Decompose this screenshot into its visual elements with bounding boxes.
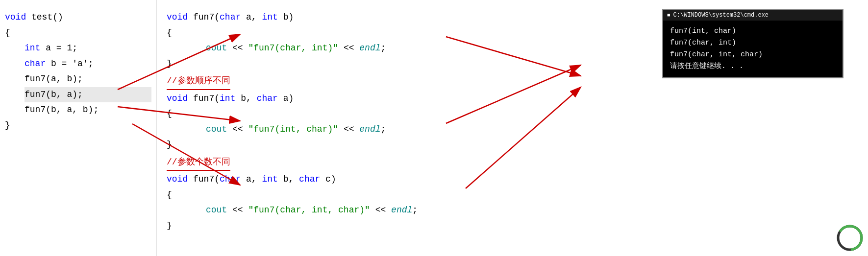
- code-line-3: int a = 1;: [25, 41, 151, 56]
- code-line-4: char b = 'a';: [25, 56, 151, 72]
- code-line-1: void test(): [5, 10, 151, 25]
- fun7-char-int-open: {: [167, 25, 480, 41]
- fun7-int-char-body: cout << "fun7(int, char)" << endl;: [206, 122, 480, 138]
- left-code-panel: void test() { int a = 1; char b = 'a'; f…: [0, 0, 157, 256]
- fun7-int-char-sig: void fun7(int b, char a): [167, 91, 480, 107]
- fun7-int-char-open: {: [167, 106, 480, 122]
- comment-param-count: //参数个数不同: [167, 155, 480, 171]
- terminal-line-2: fun7(char, int): [670, 37, 836, 49]
- code-line-7: fun7(b, a, b);: [25, 102, 151, 118]
- code-line-2: {: [5, 25, 151, 41]
- fun7-char-int-close: }: [167, 56, 480, 72]
- progress-circle: 65%: [836, 224, 864, 252]
- middle-code-panel: void fun7(char a, int b) { cout << "fun7…: [157, 0, 490, 256]
- fun7-char-int-sig: void fun7(char a, int b): [167, 10, 480, 25]
- comment-param-order: //参数顺序不同: [167, 73, 480, 90]
- fun7-3arg-body: cout << "fun7(char, int, char)" << endl;: [206, 203, 480, 218]
- progress-svg: 65%: [836, 224, 864, 252]
- terminal-line-4: 请按任意键继续. . .: [670, 61, 836, 72]
- code-line-6: fun7(b, a);: [25, 87, 151, 103]
- fun7-char-int-char-sig: void fun7(char a, int b, char c): [167, 172, 480, 187]
- terminal-body: fun7(int, char) fun7(char, int) fun7(cha…: [663, 21, 843, 77]
- code-line-5: fun7(a, b);: [25, 71, 151, 87]
- fun7-3arg-close: }: [167, 218, 480, 234]
- keyword-void: void: [5, 12, 26, 22]
- code-line-8: }: [5, 118, 151, 134]
- terminal-panel: ■ C:\WINDOWS\system32\cmd.exe fun7(int, …: [662, 9, 843, 78]
- terminal-icon: ■: [667, 12, 670, 18]
- fun7-char-int-body: cout << "fun7(char, int)" << endl;: [206, 41, 480, 56]
- fun7-3arg-open: {: [167, 187, 480, 203]
- terminal-line-1: fun7(int, char): [670, 25, 836, 37]
- svg-text:65%: 65%: [844, 235, 856, 242]
- terminal-line-3: fun7(char, int, char): [670, 49, 836, 61]
- terminal-titlebar: ■ C:\WINDOWS\system32\cmd.exe: [663, 10, 843, 21]
- terminal-title: C:\WINDOWS\system32\cmd.exe: [673, 12, 769, 19]
- fun7-int-char-close: }: [167, 137, 480, 153]
